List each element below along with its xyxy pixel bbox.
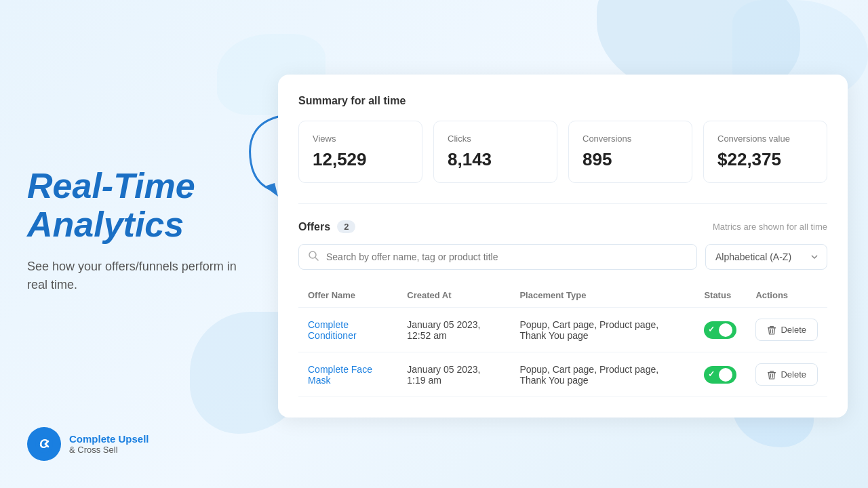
offers-title: Offers [298,221,330,233]
left-panel: Real-Time Analytics See how your offers/… [27,167,244,321]
logo-icon: C [27,427,61,461]
stat-label-conversions-value: Conversions value [717,134,813,144]
svg-marker-0 [264,183,278,197]
toggle-conditioner[interactable]: ✓ [704,321,736,339]
toggle-facemask[interactable]: ✓ [704,366,736,384]
status-cell-facemask: ✓ [704,366,736,384]
sort-select[interactable]: Alphabetical (A-Z) Newest First Oldest F… [705,244,827,270]
svg-text:C: C [39,437,49,451]
svg-rect-10 [770,371,774,372]
table-row: Complete Face Mask January 05 2023, 1:19… [298,352,827,397]
col-header-actions: Actions [746,283,827,308]
logo-name: Complete Upsell [69,433,149,445]
search-container [298,244,697,270]
col-header-status: Status [694,283,746,308]
search-sort-row: Alphabetical (A-Z) Newest First Oldest F… [298,244,827,270]
table-row: Complete Conditioner January 05 2023, 12… [298,308,827,352]
delete-label-conditioner: Delete [781,325,806,335]
col-header-offer-name: Offer Name [298,283,397,308]
offers-header: Offers 2 Matrics are shown for all time [298,220,827,233]
svg-rect-6 [770,326,774,327]
stat-label-conversions: Conversions [583,134,678,144]
placement-conditioner: Popup, Cart page, Product page, Thank Yo… [510,308,694,352]
actions-cell-conditioner: Delete [755,319,818,341]
created-at-conditioner: January 05 2023, 12:52 am [397,308,510,352]
offers-meta-text: Matrics are shown for all time [713,222,827,232]
offer-link-facemask[interactable]: Complete Face Mask [308,364,372,386]
hero-title: Real-Time Analytics [27,167,244,244]
offers-section: Offers 2 Matrics are shown for all time … [298,220,827,397]
logo-tagline: & Cross Sell [69,445,149,455]
offers-table: Offer Name Created At Placement Type Sta… [298,283,827,397]
stat-label-views: Views [313,134,408,144]
section-divider [298,203,827,204]
stats-grid: Views 12,529 Clicks 8,143 Conversions 89… [298,121,827,183]
trash-icon [767,325,776,335]
stat-card-views: Views 12,529 [298,121,422,183]
stat-card-conversions: Conversions 895 [568,121,692,183]
stat-value-views: 12,529 [313,149,408,170]
delete-button-conditioner[interactable]: Delete [755,319,818,341]
main-panel: Summary for all time Views 12,529 Clicks… [278,75,848,418]
stat-card-clicks: Clicks 8,143 [433,121,557,183]
offers-count-badge: 2 [337,220,355,233]
created-at-facemask: January 05 2023, 1:19 am [397,352,510,397]
search-icon [308,250,319,264]
stat-label-clicks: Clicks [448,134,543,144]
hero-subtitle: See how your offers/funnels perform in r… [27,258,244,294]
logo-text: Complete Upsell & Cross Sell [69,433,149,455]
offer-link-conditioner[interactable]: Complete Conditioner [308,319,357,341]
logo-area: C Complete Upsell & Cross Sell [27,427,149,461]
col-header-created-at: Created At [397,283,510,308]
search-input[interactable] [298,244,697,270]
actions-cell-facemask: Delete [755,363,818,386]
summary-title: Summary for all time [298,95,827,107]
svg-line-4 [315,258,318,260]
delete-label-facemask: Delete [781,369,806,380]
offers-title-group: Offers 2 [298,220,355,233]
stat-value-clicks: 8,143 [448,149,543,170]
delete-button-facemask[interactable]: Delete [755,363,818,386]
placement-facemask: Popup, Cart page, Product page, Thank Yo… [510,352,694,397]
stat-value-conversions-value: $22,375 [717,149,813,170]
summary-section: Summary for all time Views 12,529 Clicks… [298,95,827,183]
stat-card-conversions-value: Conversions value $22,375 [703,121,827,183]
status-cell-conditioner: ✓ [704,321,736,339]
trash-icon [767,370,776,380]
col-header-placement-type: Placement Type [510,283,694,308]
stat-value-conversions: 895 [583,149,678,170]
